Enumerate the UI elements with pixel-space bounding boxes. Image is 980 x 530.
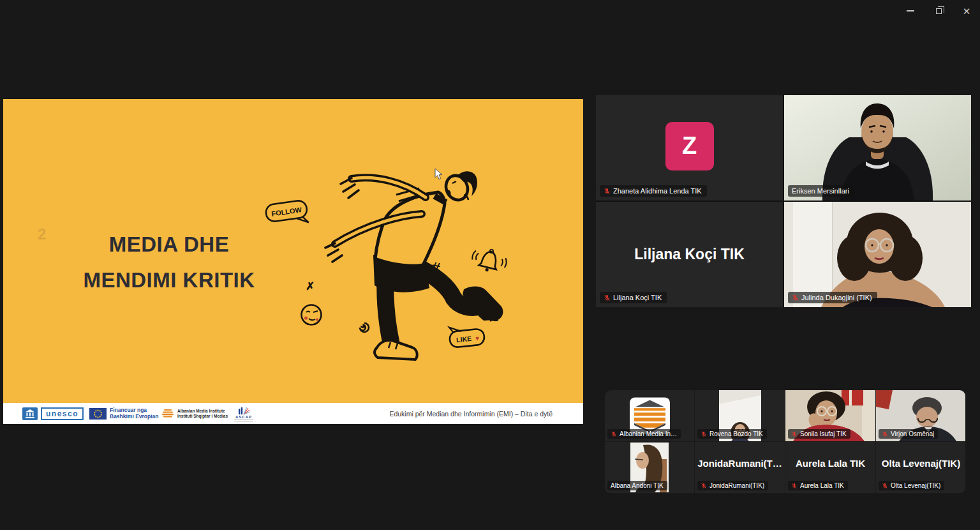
participant-tile-julinda[interactable]: Julinda Dukagjini (TIK) <box>784 202 971 307</box>
social-media-runner-illustration: FOLLOW ≈ # ✗ <box>3 99 583 403</box>
name-tag: Liljana Koçi TIK <box>600 292 667 303</box>
running-person-figure <box>325 171 503 360</box>
participant-grid: Z Zhaneta Alidhima Lenda TIK <box>596 95 971 307</box>
name-tag: JonidaRumani(TIK) <box>697 481 768 490</box>
eu-funding-logo: Financuar nga Bashkimi Evropian <box>89 403 159 424</box>
muted-mic-icon <box>882 483 888 489</box>
display-name: Olta Levenaj(TIK) <box>876 442 965 484</box>
wink-emoji-icon <box>302 305 322 325</box>
event-title-text: Edukimi për Median dhe Informimin (EMI) … <box>389 403 553 424</box>
participant-strip: Albanian Media In… Rovena Bozdo TIK <box>605 390 965 494</box>
name-tag: Julinda Dukagjini (TIK) <box>788 292 877 303</box>
ascap-wordmark: ASCAP <box>235 415 252 419</box>
name-tag: Albana Andoni TIK <box>607 481 667 490</box>
muted-mic-icon <box>792 294 799 301</box>
ascap-logo: ASCAP <box>234 403 253 424</box>
cross-doodle-icon: ✗ <box>306 280 315 292</box>
svg-text:LIKE: LIKE <box>456 335 472 344</box>
participant-tile-eriksen[interactable]: Eriksen Mersinllari <box>784 95 971 201</box>
notification-bell-icon <box>470 245 509 275</box>
svg-text:FOLLOW: FOLLOW <box>271 206 302 218</box>
slide-footer-bar: unesco Financuar nga Bashkimi Evropian <box>3 403 583 424</box>
albanian-media-institute-logo: Albanian Media Institute Instituti Shqip… <box>161 403 228 424</box>
participant-tile-albanian-media-institute[interactable]: Albanian Media In… <box>605 390 694 441</box>
muted-mic-icon <box>791 483 798 489</box>
spiral-doodle-icon <box>360 323 369 332</box>
ami-line2: Instituti Shqiptar i Medias <box>177 414 228 419</box>
muted-mic-icon <box>882 431 888 437</box>
follow-bubble-icon: FOLLOW <box>265 200 308 229</box>
participant-tile-albana[interactable]: Albana Andoni TIK <box>605 442 694 493</box>
ascap-subline2 <box>234 421 253 421</box>
eu-funding-line2: Bashkimi Evropian <box>110 414 159 420</box>
muted-mic-icon <box>701 483 707 489</box>
restore-icon <box>936 8 942 14</box>
participant-tile-aurela[interactable]: Aurela Lala TIK Aurela Lala TIK <box>785 442 875 493</box>
shared-screen-slide: 2 MEDIA DHE MENDIMI KRITIK FOLLOW ≈ <box>3 99 583 424</box>
name-tag: Sonila Isufaj TIK <box>788 429 850 439</box>
name-tag: Aurela Lala TIK <box>788 481 848 490</box>
like-bubble-icon: LIKE ♥ <box>449 324 485 347</box>
participant-tile-sonila[interactable]: Sonila Isufaj TIK <box>785 390 875 441</box>
muted-mic-icon <box>611 431 617 437</box>
participant-tile-olta[interactable]: Olta Levenaj(TIK) Olta Levenaj(TIK) <box>876 442 965 493</box>
svg-text:♥: ♥ <box>475 335 480 342</box>
muted-mic-icon <box>701 431 707 437</box>
mouse-cursor <box>434 168 443 180</box>
muted-mic-icon <box>604 188 611 195</box>
unesco-wordmark: unesco <box>41 407 84 420</box>
restore-button[interactable] <box>930 4 947 18</box>
avatar: Z <box>665 121 714 170</box>
minimize-button[interactable] <box>902 4 919 18</box>
ami-line1: Albanian Media Institute <box>177 409 228 414</box>
name-tag: Albanian Media In… <box>607 429 681 439</box>
eu-flag-icon <box>89 408 107 420</box>
display-name: JonidaRumani(T… <box>695 442 785 484</box>
participant-tile-virjon[interactable]: Virjon Osmënaj <box>876 390 965 441</box>
close-icon: ✕ <box>963 6 971 16</box>
slide-canvas: 2 MEDIA DHE MENDIMI KRITIK FOLLOW ≈ <box>3 99 583 403</box>
display-name: Aurela Lala TIK <box>785 442 875 484</box>
participant-tile-rovena[interactable]: Rovena Bozdo TIK <box>695 390 785 441</box>
muted-mic-icon <box>604 294 611 301</box>
meeting-window: ✕ 2 MEDIA DHE MENDIMI KRITIK FOLLOW ≈ <box>0 0 980 530</box>
name-tag: Zhaneta Alidhima Lenda TIK <box>600 185 707 197</box>
minimize-icon <box>907 10 914 11</box>
participant-tile-zhaneta[interactable]: Z Zhaneta Alidhima Lenda TIK <box>596 95 783 201</box>
muted-mic-icon <box>791 431 798 437</box>
ami-stripes-icon <box>161 409 174 419</box>
name-tag: Virjon Osmënaj <box>879 429 938 439</box>
ascap-icon <box>237 406 251 415</box>
name-tag: Eriksen Mersinllari <box>788 185 854 197</box>
ascap-subline <box>234 420 253 420</box>
close-button[interactable]: ✕ <box>958 4 975 18</box>
name-tag: Olta Levenaj(TIK) <box>879 481 944 490</box>
unesco-logo: unesco <box>22 403 84 424</box>
name-tag: Rovena Bozdo TIK <box>697 429 767 439</box>
window-controls: ✕ <box>902 4 975 18</box>
unesco-temple-icon <box>22 407 38 420</box>
participant-tile-liljana[interactable]: Liljana Koçi TIK Liljana Koçi TIK <box>596 202 783 307</box>
participant-tile-jonida[interactable]: JonidaRumani(T… JonidaRumani(TIK) <box>695 442 785 493</box>
